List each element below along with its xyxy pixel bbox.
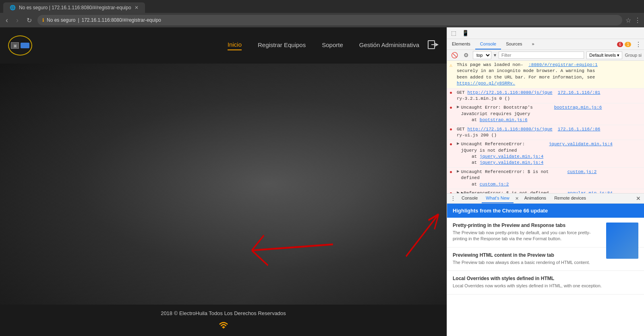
- error-icon-2: ●: [449, 127, 455, 132]
- logout-button[interactable]: [427, 39, 439, 52]
- console-link[interactable]: http://172.16.1.116:8080/js/jque: [467, 127, 552, 132]
- devtools-close-btn[interactable]: ✕: [634, 194, 642, 202]
- console-expand-3[interactable]: ►: [457, 141, 460, 146]
- console-entry-warning: ⚠ This page was loaded non- :8080/#/regi…: [447, 61, 644, 89]
- console-link[interactable]: 172.16.1.116/:81: [558, 90, 601, 95]
- devtools-bottom-tab-whatsnew[interactable]: What's New: [482, 194, 513, 203]
- hero-bg: [0, 64, 447, 305]
- filter-dropdown-arrow: ▾: [494, 52, 496, 58]
- devtools-tab-console[interactable]: Console: [475, 39, 501, 49]
- console-expand-5[interactable]: ►: [457, 190, 460, 193]
- devtools-menu-btn[interactable]: ⋮: [633, 40, 644, 49]
- devtools-toolbar: ⬚ 📱: [447, 27, 644, 39]
- security-icon: ℹ: [42, 17, 44, 23]
- whatsnew-item-desc-1: The Preview tab now always does a basic …: [453, 260, 638, 266]
- devtools-context-select[interactable]: top: [473, 51, 491, 59]
- devtools-top-tabs: Elements Console Sources » 6 1 ⋮: [447, 39, 644, 50]
- browser-chrome: 🌐 No es seguro | 172.16.1.116:8080/#/reg…: [0, 0, 644, 27]
- nav-logo-monitor: ▣: [11, 42, 19, 49]
- devtools-tab-more[interactable]: »: [527, 39, 539, 49]
- whatsnew-item-title-2: Local Overrides with styles defined in H…: [453, 276, 638, 281]
- console-link-goo[interactable]: https://goo.gl/y8SRRv.: [457, 81, 515, 86]
- nav-link-gestion-admin[interactable]: Gestión Administrativa: [359, 41, 419, 50]
- menu-button[interactable]: ⋮: [634, 16, 641, 24]
- tab-close-button[interactable]: ✕: [135, 5, 139, 10]
- webpage: ▣ Inicio Registrar Equipos Soporte Gesti…: [0, 27, 447, 336]
- tab-favicon: 🌐: [10, 5, 16, 10]
- devtools-filter-input[interactable]: [499, 52, 584, 59]
- bookmark-button[interactable]: ☆: [625, 16, 631, 24]
- nav-link-inicio[interactable]: Inicio: [228, 41, 242, 50]
- console-link[interactable]: jquery.validate.min.js:4: [480, 154, 543, 159]
- console-msg-3: GET http://172.16.1.116:8080/js/jque 172…: [457, 126, 642, 139]
- nav-logo-icon: ▣: [8, 35, 32, 56]
- address-text: 172.16.1.116:8080/#/registrar-equipo: [82, 17, 161, 23]
- devtools-whatsnew-close[interactable]: ✕: [514, 195, 520, 202]
- console-link[interactable]: :8080/#/registrar-equipo:1: [528, 62, 598, 67]
- devtools-bottom-tab-animations[interactable]: Animations: [520, 194, 550, 203]
- error-badge: 6: [617, 42, 623, 47]
- group-sidebar-label: Group si: [625, 53, 642, 58]
- devtools-tab-elements[interactable]: Elements: [447, 39, 475, 49]
- error-icon-0: ●: [449, 90, 455, 96]
- console-entry-error-5: ● ► ►ReferenceError: $ is not defined an…: [447, 189, 644, 193]
- whatsnew-item-image-0: [606, 223, 638, 259]
- address-separator: |: [78, 17, 79, 23]
- devtools-bottom-menu-btn[interactable]: ⋮: [449, 194, 458, 202]
- devtools-bottom-tab-remote[interactable]: Remote devices: [550, 194, 590, 203]
- console-expand-4[interactable]: ►: [457, 169, 460, 174]
- devtools-bottom-tab-console[interactable]: Console: [458, 194, 482, 203]
- nav-links: Inicio Registrar Equipos Soporte Gestión…: [228, 41, 419, 50]
- webpage-footer: 2018 © ElectroHuila Todos Los Derechos R…: [0, 305, 447, 336]
- browser-tab[interactable]: 🌐 No es seguro | 172.16.1.116:8080/#/reg…: [3, 2, 145, 13]
- console-entry-error-0: ● GET http://172.16.1.116:8080/js/jque 1…: [447, 89, 644, 104]
- console-entry-error-1: ● ► Uncaught Error: Bootstrap's bootstra…: [447, 103, 644, 125]
- nav-link-soporte[interactable]: Soporte: [322, 41, 343, 50]
- whatsnew-header: Highlights from the Chrome 66 update: [447, 204, 644, 218]
- error-icon-1: ●: [449, 105, 455, 111]
- console-link[interactable]: http://172.16.1.116:8080/js/jque: [467, 90, 552, 95]
- security-label: No es seguro: [47, 17, 75, 23]
- warning-badge: 1: [625, 42, 631, 47]
- nav-logo-card: [21, 43, 29, 48]
- nav-link-registrar-equipos[interactable]: Registrar Equipos: [258, 41, 306, 50]
- console-msg-5: Uncaught ReferenceError: $ is not custom…: [461, 169, 642, 188]
- console-link[interactable]: custom.js:2: [480, 182, 509, 187]
- hero-section: [0, 64, 447, 305]
- main-area: ▣ Inicio Registrar Equipos Soporte Gesti…: [0, 27, 644, 336]
- console-link[interactable]: jquery.validate.min.js:4: [549, 142, 612, 146]
- console-entry-error-4: ● ► Uncaught ReferenceError: $ is not cu…: [447, 168, 644, 189]
- back-button[interactable]: ‹: [3, 15, 10, 25]
- whatsnew-item-2: Local Overrides with styles defined in H…: [447, 271, 644, 294]
- console-link[interactable]: jquery.validate.min.js:4: [480, 160, 543, 165]
- wifi-icon: [6, 319, 441, 330]
- browser-tabs: 🌐 No es seguro | 172.16.1.116:8080/#/reg…: [0, 0, 644, 13]
- devtools-device-btn[interactable]: 📱: [460, 29, 470, 37]
- error-icon-4: ●: [449, 169, 455, 175]
- address-bar[interactable]: ℹ No es seguro | 172.16.1.116:8080/#/reg…: [37, 15, 622, 25]
- webpage-nav: ▣ Inicio Registrar Equipos Soporte Gesti…: [0, 27, 447, 64]
- devtools-clear-btn[interactable]: 🚫: [449, 51, 460, 59]
- console-msg-2: Uncaught Error: Bootstrap's bootstrap.mi…: [461, 105, 642, 123]
- nav-logo: ▣: [8, 35, 32, 56]
- console-entry-error-3: ● ► Uncaught ReferenceError: jquery.vali…: [447, 140, 644, 168]
- devtools-tab-sources[interactable]: Sources: [501, 39, 527, 49]
- devtools-levels-btn[interactable]: Default levels ▾: [586, 52, 622, 59]
- devtools-panel: ⬚ 📱 Elements Console Sources » 6 1 ⋮ 🚫 ⚙…: [447, 27, 644, 336]
- tab-title: No es seguro | 172.16.1.116:8080/#/regis…: [19, 5, 131, 10]
- devtools-select-element-btn[interactable]: ⬚: [449, 29, 458, 37]
- console-link[interactable]: bootstrap.min.js:6: [554, 105, 602, 110]
- reload-button[interactable]: ↻: [24, 16, 34, 25]
- console-msg-0: This page was loaded non- :8080/#/regist…: [457, 62, 642, 87]
- error-icon-3: ●: [449, 142, 455, 147]
- console-msg-1: GET http://172.16.1.116:8080/js/jque 172…: [457, 90, 642, 102]
- console-expand-1[interactable]: ►: [457, 105, 460, 109]
- footer-copyright: 2018 © ElectroHuila Todos Los Derechos R…: [161, 310, 286, 316]
- devtools-bottom-tabs: ⋮ Console What's New ✕ Animations Remote…: [447, 193, 644, 204]
- monitor-icon: ▣: [13, 43, 17, 48]
- devtools-settings-btn[interactable]: ⚙: [462, 51, 470, 59]
- forward-button[interactable]: ›: [14, 15, 21, 25]
- console-link[interactable]: bootstrap.min.js:6: [480, 117, 528, 122]
- console-link[interactable]: custom.js:2: [567, 169, 597, 174]
- console-link[interactable]: 172.16.1.116/:86: [558, 127, 601, 132]
